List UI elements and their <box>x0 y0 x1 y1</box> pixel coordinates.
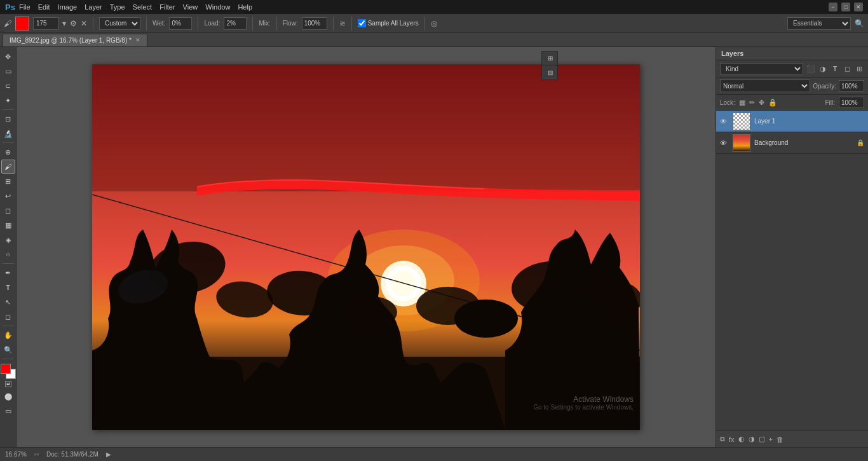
lock-transparent-icon[interactable]: ▦ <box>739 99 745 107</box>
layer-item-background[interactable]: 👁 Background 🔒 <box>716 132 868 154</box>
history-brush-tool[interactable]: ↩ <box>1 189 15 203</box>
zoom-tool[interactable]: 🔍 <box>1 343 15 357</box>
pressure-icon[interactable]: ◎ <box>431 19 437 28</box>
layer-fx-icon[interactable]: fx <box>729 436 735 443</box>
title-bar-controls: − □ ✕ <box>829 3 863 11</box>
workspace-select[interactable]: Essentials <box>787 17 851 30</box>
opacity-input[interactable] <box>839 80 864 92</box>
layer-item-layer1[interactable]: 👁 Layer 1 <box>716 111 868 132</box>
canvas-area[interactable]: ⊞ ⊟ <box>17 47 715 447</box>
zoom-level: 16.67% <box>5 451 27 458</box>
tab-close-button[interactable]: ✕ <box>135 37 140 43</box>
background-lock-icon: 🔒 <box>857 139 864 146</box>
menu-filter[interactable]: Filter <box>159 3 175 11</box>
svg-rect-1 <box>92 64 640 191</box>
status-arrow[interactable]: ▶ <box>106 451 111 458</box>
dodge-tool[interactable]: ○ <box>1 247 15 261</box>
minimize-button[interactable]: − <box>829 3 837 11</box>
background-visibility-icon[interactable]: 👁 <box>720 139 729 147</box>
eraser-tool[interactable]: ◻ <box>1 203 15 217</box>
pen-tool[interactable]: ✒ <box>1 266 15 280</box>
document-canvas[interactable] <box>92 64 640 430</box>
eyedropper-tool[interactable]: 🔬 <box>1 127 15 141</box>
layer-kind-select[interactable]: Kind <box>720 63 803 74</box>
smart-filter-icon[interactable]: ⊞ <box>854 65 864 73</box>
crop-tool[interactable]: ⊡ <box>1 112 15 126</box>
canvas-wrapper[interactable]: Activate Windows Go to Settings to activ… <box>92 64 640 430</box>
layers-panel: Layers Kind ⬛ ◑ T ◻ ⊞ Normal Opacity: <box>715 47 868 447</box>
foreground-color[interactable] <box>1 364 11 374</box>
fill-input[interactable] <box>839 97 864 108</box>
brush-settings-icon[interactable]: ⚙ <box>70 19 77 28</box>
gradient-tool[interactable]: ▦ <box>1 218 15 232</box>
layers-panel-header: Layers <box>716 47 868 60</box>
adjustment-filter-icon[interactable]: ◑ <box>818 65 828 73</box>
menu-edit[interactable]: Edit <box>38 3 50 11</box>
brush-size-input[interactable] <box>33 17 58 30</box>
select-rect-tool[interactable]: ▭ <box>1 64 15 78</box>
menu-view[interactable]: View <box>183 3 198 11</box>
pixel-filter-icon[interactable]: ⬛ <box>806 65 816 73</box>
mini-panel-options[interactable]: ⊟ <box>542 65 559 79</box>
document-tab[interactable]: IMG_8922.jpg @ 16.7% (Layer 1, RGB/8) * … <box>3 34 147 46</box>
menu-window[interactable]: Window <box>205 3 230 11</box>
blur-tool[interactable]: ◈ <box>1 233 15 247</box>
brush-tool-icon[interactable]: 🖌 <box>4 19 11 28</box>
lasso-tool[interactable]: ⊂ <box>1 79 15 93</box>
airbrush-icon[interactable]: ≋ <box>339 19 346 28</box>
close-button[interactable]: ✕ <box>854 3 863 11</box>
wet-input[interactable] <box>169 17 192 30</box>
type-tool[interactable]: T <box>1 280 15 294</box>
magic-wand-tool[interactable]: ✦ <box>1 93 15 107</box>
layer-mask-icon[interactable]: ◐ <box>738 435 745 443</box>
type-filter-icon[interactable]: T <box>830 65 840 72</box>
clone-tool[interactable]: ⊞ <box>1 174 15 188</box>
brush-tool[interactable]: 🖌 <box>1 160 15 174</box>
erase-icon[interactable]: ✕ <box>81 19 87 28</box>
screen-mode-tool[interactable]: ▭ <box>1 404 15 418</box>
load-input[interactable] <box>224 17 247 30</box>
workspace-search-icon[interactable]: 🔍 <box>855 19 864 28</box>
menu-image[interactable]: Image <box>58 3 78 11</box>
title-bar-menu: File Edit Image Layer Type Select Filter… <box>19 3 252 11</box>
lock-all-icon[interactable]: 🔒 <box>768 99 777 107</box>
flow-input[interactable] <box>302 17 327 30</box>
menu-select[interactable]: Select <box>133 3 153 11</box>
brush-color-swatch[interactable] <box>15 17 29 31</box>
tool-sep-3 <box>3 263 14 264</box>
brush-picker-icon[interactable]: ▾ <box>62 19 66 28</box>
layer-group-icon[interactable]: ▢ <box>759 435 765 443</box>
swap-colors-icon[interactable]: ⇄ <box>5 381 11 387</box>
blend-mode-select[interactable]: Normal <box>720 79 810 92</box>
layer-link-icon[interactable]: ⧉ <box>720 435 725 443</box>
layer-delete-icon[interactable]: 🗑 <box>776 436 783 443</box>
flow-label: Flow: <box>283 20 298 27</box>
brush-mode-select[interactable]: Custom <box>99 17 140 30</box>
tool-sep-5 <box>3 359 14 359</box>
path-select-tool[interactable]: ↖ <box>1 295 15 309</box>
shape-filter-icon[interactable]: ◻ <box>842 65 852 73</box>
heal-tool[interactable]: ⊕ <box>1 145 15 159</box>
main-area: ✥ ▭ ⊂ ✦ ⊡ 🔬 ⊕ 🖌 ⊞ ↩ ◻ ▦ ◈ ○ ✒ T ↖ ◻ ✋ 🔍 … <box>0 47 868 447</box>
sample-all-layers-check[interactable] <box>358 19 366 27</box>
lock-position-icon[interactable]: ✥ <box>759 99 764 107</box>
menu-type[interactable]: Type <box>110 3 125 11</box>
lock-pixels-icon[interactable]: ✏ <box>749 99 755 107</box>
menu-file[interactable]: File <box>19 3 31 11</box>
mini-panel-expand[interactable]: ⊞ <box>542 52 559 65</box>
layer1-name: Layer 1 <box>754 118 864 125</box>
zoom-controls[interactable]: ▫▫ <box>34 451 39 458</box>
maximize-button[interactable]: □ <box>841 3 850 11</box>
layer-adjustment-icon[interactable]: ◑ <box>749 435 755 443</box>
menu-layer[interactable]: Layer <box>85 3 102 11</box>
move-tool[interactable]: ✥ <box>1 50 15 64</box>
hand-tool[interactable]: ✋ <box>1 328 15 342</box>
sample-all-layers-checkbox[interactable]: Sample All Layers <box>358 19 419 27</box>
quick-mask-tool[interactable]: ⬤ <box>1 389 15 403</box>
tool-sep-2 <box>3 142 14 143</box>
menu-help[interactable]: Help <box>238 3 252 11</box>
color-mode-buttons: ⇄ <box>5 381 11 387</box>
layer-add-icon[interactable]: + <box>769 436 773 443</box>
shape-tool[interactable]: ◻ <box>1 310 15 324</box>
layer1-visibility-icon[interactable]: 👁 <box>720 118 729 125</box>
